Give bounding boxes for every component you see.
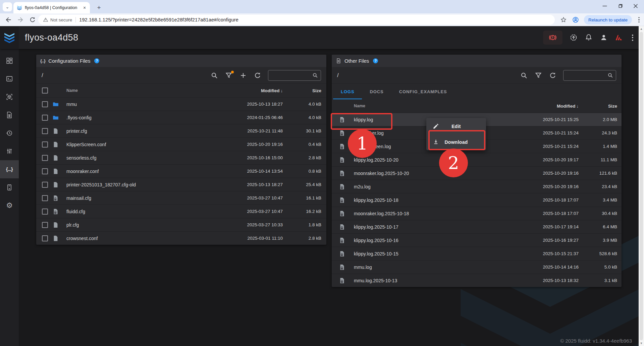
folder-icon <box>52 114 66 121</box>
help-icon[interactable]: ? <box>94 58 99 63</box>
window-minimize-button[interactable] <box>597 0 612 12</box>
table-row[interactable]: .flyos-config 2024-01-25 06:46 4.0 kB <box>36 111 326 124</box>
row-checkbox[interactable] <box>42 182 48 188</box>
back-icon[interactable] <box>5 16 12 23</box>
file-name: mmu.log.2025-10-13 <box>354 278 528 283</box>
tab-logs[interactable]: LOGS <box>333 84 362 99</box>
sidebar-item-jobs[interactable] <box>0 106 19 124</box>
sidebar-item-configure[interactable]: {...} <box>0 160 19 178</box>
scroll-up-icon[interactable]: ▲ <box>640 27 643 31</box>
table-row[interactable]: klippy.log.2025-10-18 2025-10-18 17:07 3… <box>332 193 622 207</box>
help-icon[interactable]: ? <box>373 58 378 63</box>
table-row[interactable]: sensorless.cfg 2025-10-16 15:00 2.8 kB <box>36 151 326 164</box>
forward-icon[interactable] <box>17 16 24 23</box>
table-row[interactable]: moonraker.log.2025-10-18 2025-10-18 17:0… <box>332 207 622 220</box>
table-row[interactable]: printer-20251013_182707.cfg-old 2025-10-… <box>36 178 326 191</box>
page-scrollbar[interactable]: ▲ ▼ <box>639 26 644 346</box>
table-row[interactable]: m2u.log 2025-10-20 19:16 23.4 kB <box>332 180 622 193</box>
sidebar-item-history[interactable] <box>0 124 19 142</box>
klipper-logo-icon[interactable] <box>615 34 623 42</box>
table-row[interactable]: mmu 2025-10-13 18:27 4.0 kB <box>36 97 326 111</box>
search-input[interactable] <box>563 70 616 81</box>
table-row[interactable]: crowsnest.conf 2025-03-01 11:10 2.8 kB <box>36 231 326 245</box>
file-lock-icon <box>332 277 354 284</box>
select-all-checkbox[interactable] <box>42 88 48 94</box>
user-icon[interactable] <box>600 34 608 42</box>
sidebar-item-console[interactable] <box>0 70 19 88</box>
file-modified: 2025-10-18 17:07 <box>528 197 579 203</box>
table-row[interactable]: klippy.log.2025-10-16 2025-10-16 19:27 3… <box>332 233 622 247</box>
row-checkbox[interactable] <box>42 222 48 228</box>
table-row[interactable]: mainsail.cfg 2025-03-27 10:47 16.1 kB <box>36 191 326 205</box>
row-checkbox[interactable] <box>42 168 48 174</box>
sidebar-item-gcode-preview[interactable] <box>0 88 19 106</box>
table-row[interactable]: moonraker.conf 2025-10-14 13:54 0.8 kB <box>36 164 326 178</box>
window-maximize-button[interactable] <box>612 0 628 12</box>
new-tab-button[interactable]: + <box>95 3 103 12</box>
scroll-down-icon[interactable]: ▼ <box>640 342 643 345</box>
table-row[interactable]: fluidd.cfg 2025-03-27 10:47 16.2 kB <box>36 205 326 218</box>
search-input[interactable] <box>268 70 321 81</box>
table-row[interactable]: mmu.log 2025-10-14 14:16 5.0 kB <box>332 260 622 274</box>
filter-icon[interactable] <box>225 71 233 79</box>
reload-icon[interactable] <box>29 16 36 23</box>
sidebar-item-system[interactable] <box>0 178 19 196</box>
annotation-box-klippy-log <box>331 113 392 130</box>
security-label: Not secure <box>50 17 72 22</box>
search-icon[interactable] <box>520 71 528 79</box>
table-row[interactable]: klippy.log.2025-10-17 2025-10-17 19:14 6… <box>332 220 622 233</box>
table-row[interactable]: mmu.log.2025-10-13 2025-10-13 18:32 3.1 … <box>332 274 622 287</box>
search-icon[interactable] <box>210 71 218 79</box>
sidebar-item-tune[interactable] <box>0 142 19 160</box>
browser-menu-icon[interactable] <box>637 17 641 23</box>
tab-search-chevron-icon[interactable]: ⌄ <box>3 2 12 11</box>
fluidd-logo[interactable] <box>0 26 19 49</box>
file-size: 4.0 kB <box>283 102 326 107</box>
refresh-icon[interactable] <box>254 71 262 79</box>
sidebar-item-dashboard[interactable] <box>0 52 19 70</box>
column-name[interactable]: Name <box>66 88 232 93</box>
scrollbar-thumb[interactable] <box>640 32 643 340</box>
file-size: 1.8 kB <box>283 222 326 227</box>
column-modified[interactable]: Modified↓ <box>528 104 579 109</box>
row-checkbox[interactable] <box>42 195 48 201</box>
browser-tab[interactable]: flyos-0a4d58 | Configuration × <box>13 2 90 13</box>
table-row[interactable]: moonraker.log.2025-10-20 2025-10-20 19:1… <box>332 166 622 180</box>
window-close-button[interactable] <box>628 0 643 12</box>
update-icon[interactable] <box>570 34 578 42</box>
row-checkbox[interactable] <box>42 141 48 148</box>
row-checkbox[interactable] <box>42 101 48 107</box>
row-checkbox[interactable] <box>42 209 48 215</box>
column-name[interactable]: Name <box>354 104 528 108</box>
profile-icon[interactable] <box>572 16 579 23</box>
table-header: Name Modified↓ Size <box>36 84 326 97</box>
tab-docs[interactable]: DOCS <box>362 84 391 99</box>
emergency-stop-button[interactable] <box>543 31 562 45</box>
table-row[interactable]: printer.cfg 2025-10-21 11:48 30.1 kB <box>36 124 326 137</box>
file-size: 6.4 MB <box>579 224 622 229</box>
column-size[interactable]: Size <box>579 104 622 109</box>
row-checkbox[interactable] <box>42 235 48 241</box>
table-row[interactable]: plr.cfg 2025-03-27 10:33 1.8 kB <box>36 218 326 231</box>
tab-close-icon[interactable]: × <box>82 5 87 10</box>
table-row[interactable]: klippy.log.2025-10-15 2025-10-15 21:37 5… <box>332 247 622 260</box>
app-menu-icon[interactable] <box>630 35 635 41</box>
row-checkbox[interactable] <box>42 155 48 161</box>
row-checkbox[interactable] <box>42 128 48 134</box>
security-chip[interactable]: Not secure <box>43 17 72 22</box>
table-row[interactable]: klippy.log.2025-10-20 2025-10-20 19:17 1… <box>332 153 622 166</box>
tab-config-examples[interactable]: CONFIG_EXAMPLES <box>391 84 455 99</box>
sidebar-item-settings[interactable]: ⚙ <box>0 196 19 215</box>
row-checkbox[interactable] <box>42 115 48 121</box>
column-modified[interactable]: Modified↓ <box>232 88 283 93</box>
add-file-icon[interactable] <box>239 71 247 79</box>
column-size[interactable]: Size <box>283 88 326 93</box>
notifications-bell-icon[interactable] <box>585 34 593 42</box>
address-bar[interactable]: Not secure 192.168.1.125/?printer=24282e… <box>38 15 555 25</box>
current-path: / <box>337 72 514 79</box>
filter-icon[interactable] <box>534 71 542 79</box>
bookmark-star-icon[interactable] <box>560 16 567 23</box>
table-row[interactable]: KlipperScreen.conf 2025-10-20 19:16 0.4 … <box>36 137 326 151</box>
relaunch-button[interactable]: Relaunch to update <box>584 15 632 24</box>
refresh-icon[interactable] <box>549 71 557 79</box>
